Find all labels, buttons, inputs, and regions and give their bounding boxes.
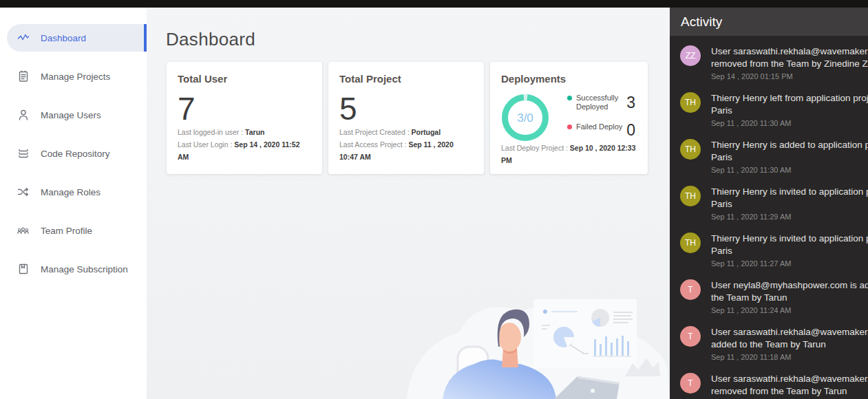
activity-timestamp: Sep 11 , 2020 11:30 AM (711, 166, 868, 174)
footer-label: Last Project Created : (339, 128, 410, 136)
summary-cards: Total User 7 Last logged-in user : Tarun… (167, 62, 670, 174)
sidebar-item-label: Manage Projects (41, 72, 110, 82)
legend-label: Failed Deploy (576, 122, 622, 131)
activity-text: User saraswathi.rekhala@wavemaker.com re… (711, 45, 868, 69)
avatar: T (680, 373, 701, 393)
avatar: T (680, 326, 701, 347)
legend-failed: Failed Deploy (567, 122, 624, 131)
activity-item[interactable]: ZZUser saraswathi.rekhala@wavemaker.com … (680, 45, 868, 80)
activity-text: User saraswathi.rekhala@wavemaker.com is… (711, 326, 868, 350)
activity-timestamp: Sep 11 , 2020 11:24 AM (711, 306, 868, 314)
footer-value: Portugal (411, 128, 441, 136)
failed-count: 0 (626, 121, 635, 139)
team-icon (17, 224, 30, 237)
sidebar-item-label: Manage Users (41, 110, 101, 120)
activity-text: User neyla8@myhashpower.com is added to … (711, 279, 868, 303)
sidebar-item-manage-users[interactable]: Manage Users (0, 101, 147, 129)
sidebar-item-manage-projects[interactable]: Manage Projects (0, 63, 147, 90)
card-title: Deployments (501, 73, 637, 85)
total-project-card: Total Project 5 Last Project Created : P… (328, 62, 484, 174)
main-content: Dashboard Total User 7 Last logged-in us… (147, 8, 670, 399)
user-icon (17, 109, 30, 122)
app-layout: Dashboard Manage Projects Manage Users C… (0, 8, 868, 399)
footer-label: Last User Login : (178, 140, 232, 149)
deployments-legend: Successfully Deployed Failed Deploy (567, 94, 624, 131)
avatar: TH (680, 139, 701, 160)
activity-panel: Activity ZZUser saraswathi.rekhala@wavem… (670, 8, 868, 399)
success-count: 3 (626, 94, 635, 111)
page-title: Dashboard (166, 29, 670, 50)
sidebar-item-label: Team Profile (41, 226, 92, 236)
activity-item-body: User saraswathi.rekhala@wavemaker.com re… (711, 373, 868, 397)
activity-item-body: User neyla8@myhashpower.com is added to … (711, 279, 868, 314)
activity-timestamp: Sep 11 , 2020 11:30 AM (711, 119, 868, 127)
card-footer: Last Deploy Project : Sep 10 , 2020 12:3… (501, 142, 637, 166)
deployments-donut-chart: 3/0 (501, 94, 549, 142)
avatar: TH (680, 92, 701, 113)
activity-item-body: User saraswathi.rekhala@wavemaker.com re… (711, 45, 868, 80)
top-black-bar (0, 0, 868, 8)
activity-timestamp: Sep 11 , 2020 11:29 AM (711, 213, 868, 221)
activity-timestamp: Sep 11 , 2020 11:27 AM (711, 259, 868, 268)
card-footer: Last Project Created : Portugal Last Acc… (339, 126, 473, 163)
avatar: T (680, 279, 701, 300)
activity-text: Thierry Henry left from application proj… (711, 92, 868, 116)
dashboard-illustration (374, 282, 670, 399)
activity-item[interactable]: THThierry Henry is invited to applicatio… (680, 233, 868, 268)
activity-text: Thierry Henry is added to application pr… (711, 139, 868, 163)
activity-header: Activity (670, 8, 868, 36)
activity-item-body: User saraswathi.rekhala@wavemaker.com is… (711, 326, 868, 361)
activity-text: Thierry Henry is invited to application … (711, 186, 868, 210)
sidebar-item-manage-roles[interactable]: Manage Roles (0, 178, 147, 206)
clipboard-icon (17, 70, 30, 83)
activity-text: Thierry Henry is invited to application … (711, 233, 868, 257)
deployments-legend-values: 3 0 (626, 94, 637, 139)
legend-label: Successfully Deployed (576, 94, 624, 111)
card-footer: Last logged-in user : Tarun Last User Lo… (178, 126, 311, 163)
success-dot-icon (567, 96, 572, 100)
activity-item-body: Thierry Henry is added to application pr… (711, 139, 868, 174)
activity-item[interactable]: THThierry Henry is added to application … (680, 139, 868, 174)
sidebar: Dashboard Manage Projects Manage Users C… (0, 8, 147, 399)
activity-item[interactable]: TUser neyla8@myhashpower.com is added to… (680, 279, 868, 314)
avatar: ZZ (680, 45, 701, 66)
activity-item[interactable]: THThierry Henry is invited to applicatio… (680, 186, 868, 221)
activity-item-body: Thierry Henry left from application proj… (711, 92, 868, 127)
avatar: TH (680, 233, 701, 253)
activity-timestamp: Sep 14 , 2020 01:15 PM (711, 72, 868, 80)
card-title: Total User (178, 73, 311, 85)
activity-timestamp: Sep 11 , 2020 11:18 AM (711, 353, 868, 361)
activity-text: User saraswathi.rekhala@wavemaker.com re… (711, 373, 868, 397)
activity-item[interactable]: TUser saraswathi.rekhala@wavemaker.com i… (680, 326, 868, 361)
card-title: Total Project (339, 73, 473, 85)
footer-label: Last Deploy Project : (501, 144, 568, 152)
sidebar-item-dashboard[interactable]: Dashboard (7, 24, 147, 52)
footer-label: Last Access Project : (339, 140, 406, 149)
shuffle-icon (17, 186, 30, 199)
activity-item[interactable]: THThierry Henry left from application pr… (680, 92, 868, 127)
pulse-icon (17, 32, 30, 45)
total-user-card: Total User 7 Last logged-in user : Tarun… (167, 62, 322, 174)
total-user-value: 7 (178, 93, 311, 125)
failed-dot-icon (567, 125, 572, 129)
sidebar-item-team-profile[interactable]: Team Profile (0, 217, 147, 244)
sidebar-item-manage-subscription[interactable]: Manage Subscription (0, 255, 147, 283)
deployments-chart-row: 3/0 Successfully Deployed Failed Deploy (501, 94, 637, 142)
footer-value: Tarun (245, 128, 264, 136)
sidebar-item-code-repository[interactable]: Code Repository (0, 140, 147, 167)
activity-item-body: Thierry Henry is invited to application … (711, 186, 868, 221)
total-project-value: 5 (339, 93, 473, 125)
layers-icon (17, 147, 30, 160)
sidebar-item-label: Manage Roles (41, 187, 100, 197)
donut-center-label: 3/0 (517, 111, 533, 125)
footer-label: Last logged-in user : (178, 128, 243, 136)
activity-item[interactable]: TUser saraswathi.rekhala@wavemaker.com r… (680, 373, 868, 397)
activity-list[interactable]: ZZUser saraswathi.rekhala@wavemaker.com … (670, 36, 868, 399)
legend-success: Successfully Deployed (567, 94, 624, 111)
avatar: TH (680, 186, 701, 206)
activity-item-body: Thierry Henry is invited to application … (711, 233, 868, 268)
sidebar-item-label: Dashboard (41, 33, 86, 43)
bookmark-icon (17, 263, 30, 276)
deployments-card: Deployments 3/0 Successfully Deployed (490, 62, 648, 174)
sidebar-item-label: Code Repository (41, 149, 110, 159)
